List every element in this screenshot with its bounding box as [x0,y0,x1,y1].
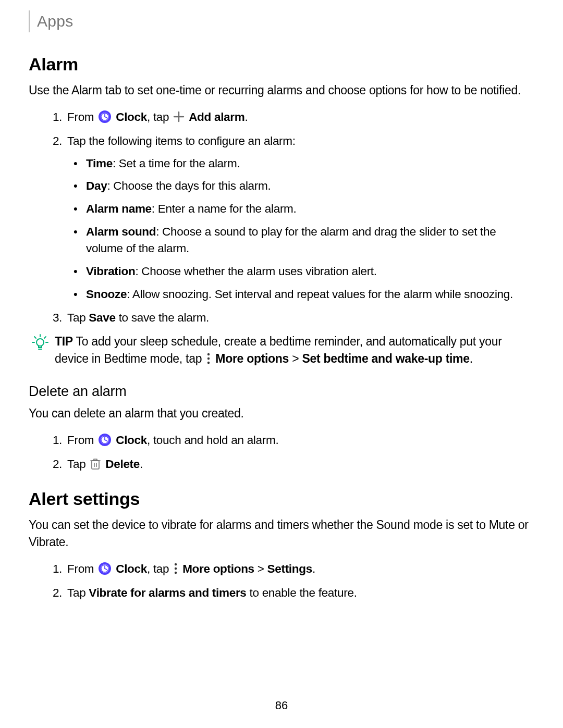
heading-alert-settings: Alert settings [29,489,534,509]
text: : Choose the days for this alarm. [107,179,271,192]
bullet-day: Day: Choose the days for this alarm. [86,178,534,195]
breadcrumb: Apps [29,10,534,32]
alert-step-2: Tap Vibrate for alarms and timers to ena… [65,584,534,602]
heading-alarm: Alarm [29,54,534,75]
text: Tap the following items to configure an … [67,134,296,147]
settings-label: Settings [267,562,312,575]
text: , tap [147,562,172,575]
bullet-time: Time: Set a time for the alarm. [86,155,534,172]
more-options-icon [173,563,178,574]
text: to save the alarm. [116,311,209,324]
text: . [140,458,143,471]
alert-steps: From Clock, tap More options > Settings.… [29,560,534,602]
bullet-snooze: Snooze: Allow snoozing. Set interval and… [86,286,534,303]
label: Time [86,157,113,170]
clock-icon [98,110,112,124]
text: : Enter a name for the alarm. [152,202,297,215]
text: to enable the feature. [247,586,357,599]
clock-label: Clock [116,562,147,575]
alarm-intro: Use the Alarm tab to set one-time or rec… [29,82,534,99]
clock-label: Clock [116,434,147,447]
text: Tap [67,458,89,471]
delete-step-2: Tap Delete. [65,455,534,473]
heading-delete-alarm: Delete an alarm [29,384,534,400]
text: . [245,110,248,124]
more-options-label: More options [182,562,254,575]
text: Tap [67,311,89,324]
document-page: Apps Alarm Use the Alarm tab to set one-… [0,0,563,728]
tip-block: TIP To add your sleep schedule, create a… [32,333,534,368]
text: : Allow snoozing. Set interval and repea… [127,288,513,301]
text: From [67,434,97,447]
text: , touch and hold an alarm. [147,434,278,447]
text: > [254,562,267,575]
label: Day [86,179,107,192]
alert-step-1: From Clock, tap More options > Settings. [65,560,534,578]
label: Alarm name [86,202,152,215]
text: , tap [147,110,172,124]
add-icon [173,111,185,122]
page-number: 86 [0,699,563,712]
tip-label: TIP [55,335,73,348]
text: From [67,110,97,124]
alert-intro: You can set the device to vibrate for al… [29,516,534,551]
label: Snooze [86,288,127,301]
bullet-alarm-name: Alarm name: Enter a name for the alarm. [86,201,534,218]
trash-icon [90,457,101,471]
bedtime-label: Set bedtime and wake-up time [302,352,469,365]
label: Alarm sound [86,225,156,238]
clock-icon [98,433,112,447]
delete-intro: You can delete an alarm that you created… [29,405,534,422]
delete-step-1: From Clock, touch and hold an alarm. [65,431,534,449]
breadcrumb-text: Apps [37,13,74,30]
alarm-step-3: Tap Save to save the alarm. [65,309,534,327]
delete-label: Delete [105,458,140,471]
alarm-steps: From Clock, tap Add alarm. Tap the follo… [29,108,534,327]
save-label: Save [89,311,115,324]
text: Tap [67,586,89,599]
clock-icon [98,562,112,575]
clock-label: Clock [116,110,147,124]
more-options-icon [206,353,211,364]
text: . [312,562,315,575]
text: : Choose whether the alarm uses vibratio… [135,265,376,278]
text: : Set a time for the alarm. [113,157,240,170]
bullet-alarm-sound: Alarm sound: Choose a sound to play for … [86,224,534,257]
vibrate-label: Vibrate for alarms and timers [89,586,246,599]
delete-steps: From Clock, touch and hold an alarm. Tap… [29,431,534,473]
text: > [289,352,302,365]
text: From [67,562,97,575]
alarm-config-bullets: Time: Set a time for the alarm. Day: Cho… [67,155,534,303]
add-alarm-label: Add alarm [189,110,244,124]
bullet-vibration: Vibration: Choose whether the alarm uses… [86,263,534,280]
tip-text: TIP To add your sleep schedule, create a… [55,333,534,368]
alarm-step-1: From Clock, tap Add alarm. [65,108,534,126]
more-options-label: More options [215,352,289,365]
lightbulb-icon [32,334,48,368]
alarm-step-2: Tap the following items to configure an … [65,132,534,303]
label: Vibration [86,265,135,278]
text: . [470,352,473,365]
